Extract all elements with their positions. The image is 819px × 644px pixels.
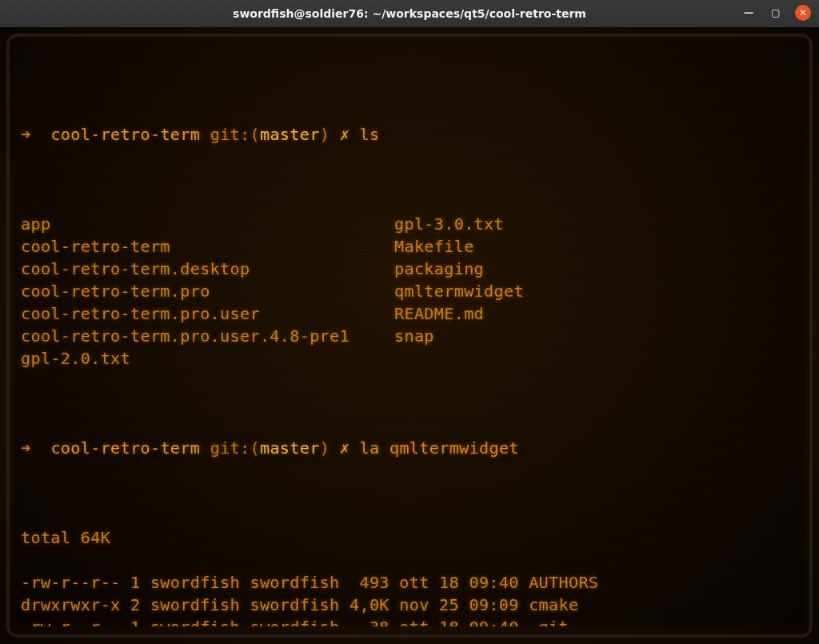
command-text: ls — [360, 125, 380, 144]
prompt-git-label: git:( — [210, 438, 260, 458]
list-item: app — [21, 213, 350, 235]
la-total: total 64K — [21, 526, 798, 549]
ls-column-2: gpl-3.0.txt Makefile packaging qmltermwi… — [394, 213, 524, 370]
window-title: swordfish@soldier76: ~/workspaces/qt5/co… — [233, 7, 586, 20]
crt-screen[interactable]: ➜ cool-retro-term git:(master) ✗ ls app … — [14, 42, 805, 626]
prompt-git-label: git:( — [210, 125, 260, 144]
minimize-icon[interactable]: — — [741, 5, 757, 21]
prompt-x-icon: ✗ — [340, 125, 350, 144]
prompt-cwd: cool-retro-term — [50, 438, 200, 458]
list-item: cool-retro-term.pro — [21, 280, 350, 302]
list-item: README.md — [394, 302, 524, 325]
list-item: cool-retro-term.pro.user — [21, 302, 350, 325]
prompt-branch: master — [260, 438, 320, 458]
maximize-icon[interactable]: ▢ — [768, 5, 784, 21]
list-item: gpl-3.0.txt — [394, 213, 524, 235]
list-item: cool-retro-term.desktop — [21, 258, 350, 280]
prompt-cwd: cool-retro-term — [50, 125, 200, 144]
prompt-arrow-icon: ➜ — [21, 438, 30, 458]
table-row: -rw-r--r-- 1 swordfish swordfish 38 ott … — [21, 616, 798, 626]
crt-frame: ➜ cool-retro-term git:(master) ✗ ls app … — [0, 27, 819, 644]
prompt-git-close: ) — [320, 438, 330, 458]
table-row: -rw-r--r-- 1 swordfish swordfish 493 ott… — [21, 571, 798, 594]
ls-output: app cool-retro-term cool-retro-term.desk… — [21, 213, 798, 370]
list-item: cool-retro-term.pro.user.4.8-pre1 — [21, 325, 350, 347]
prompt-line: ➜ cool-retro-term git:(master) ✗ la qmlt… — [21, 437, 798, 459]
window-titlebar: swordfish@soldier76: ~/workspaces/qt5/co… — [0, 0, 819, 27]
prompt-line: ➜ cool-retro-term git:(master) ✗ ls — [21, 123, 798, 146]
list-item: gpl-2.0.txt — [21, 347, 350, 370]
list-item: snap — [394, 325, 524, 347]
list-item: packaging — [394, 258, 524, 280]
la-listing: -rw-r--r-- 1 swordfish swordfish 493 ott… — [21, 571, 798, 626]
prompt-branch: master — [260, 125, 320, 144]
terminal-output[interactable]: ➜ cool-retro-term git:(master) ✗ ls app … — [21, 56, 798, 626]
window-controls: — ▢ ✕ — [741, 5, 811, 21]
table-row: drwxrwxr-x 2 swordfish swordfish 4,0K no… — [21, 594, 798, 616]
prompt-git-close: ) — [320, 125, 330, 144]
prompt-x-icon: ✗ — [340, 438, 350, 458]
ls-column-1: app cool-retro-term cool-retro-term.desk… — [21, 213, 350, 370]
close-icon[interactable]: ✕ — [795, 5, 811, 21]
list-item: cool-retro-term — [21, 235, 350, 258]
list-item: qmltermwidget — [394, 280, 524, 302]
list-item: Makefile — [394, 235, 524, 258]
command-text: la qmltermwidget — [360, 438, 519, 458]
prompt-arrow-icon: ➜ — [21, 125, 30, 144]
